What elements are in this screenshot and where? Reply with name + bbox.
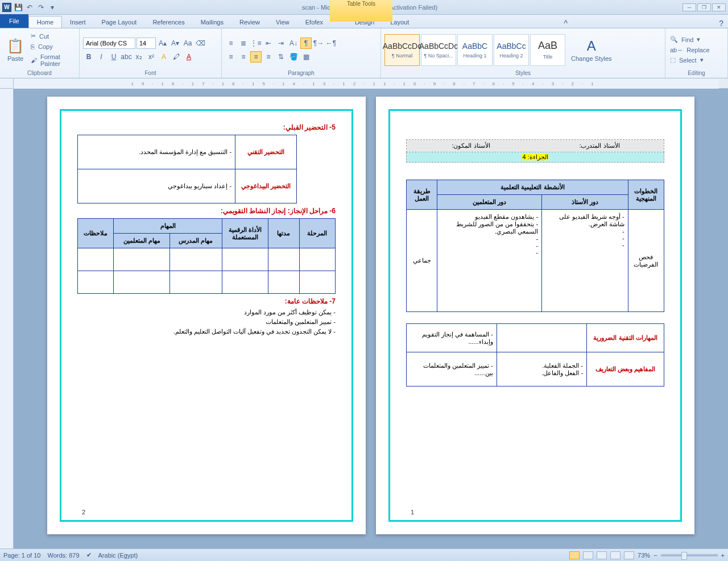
numbering-icon[interactable]: ≣ — [238, 38, 249, 49]
copy-button[interactable]: ⎘ Copy — [30, 42, 76, 51]
tab-review[interactable]: Review — [231, 16, 268, 28]
replace-button[interactable]: ab↔ Replace — [669, 45, 712, 55]
rtl-icon[interactable]: ←¶ — [325, 38, 337, 49]
style-normal[interactable]: AaBbCcDc¶ Normal — [384, 34, 420, 66]
quick-access-toolbar: 💾 ↶ ↷ ▾ — [14, 3, 57, 12]
group-editing-label: Editing — [669, 70, 724, 77]
word-app-icon: W — [2, 3, 11, 12]
ribbon: 📋Paste ✂ Cut ⎘ Copy 🖌 Format Painter Cli… — [0, 28, 728, 78]
contextual-tab-tabletools: Table Tools — [330, 0, 392, 22]
font-size-combo[interactable]: 14 — [136, 38, 156, 49]
bullets-icon[interactable]: ≡ — [225, 38, 237, 49]
style-heading2[interactable]: AaBbCcHeading 2 — [494, 34, 529, 66]
shading-icon[interactable]: 🪣 — [288, 51, 299, 63]
save-icon[interactable]: 💾 — [14, 3, 23, 12]
cut-button[interactable]: ✂ Cut — [30, 32, 76, 41]
redo-icon[interactable]: ↷ — [36, 3, 46, 12]
change-case-icon[interactable]: Aa — [182, 38, 193, 49]
ribbon-minimize-icon[interactable]: ^ — [564, 19, 568, 28]
tab-file[interactable]: File — [0, 14, 28, 28]
grow-font-icon[interactable]: A▴ — [157, 38, 168, 49]
align-right-icon[interactable]: ≡ — [250, 51, 262, 63]
borders-icon[interactable]: ▦ — [300, 51, 312, 63]
tab-insert[interactable]: Insert — [62, 16, 94, 28]
increase-indent-icon[interactable]: ⇥ — [275, 38, 287, 49]
style-nospacing[interactable]: AaBbCcDc¶ No Spaci... — [421, 34, 456, 66]
horizontal-ruler[interactable]: 19·18·17·16·15·14·13·12·11·10·9·8·7·6·5·… — [14, 78, 719, 89]
bold-icon[interactable]: B — [83, 51, 94, 63]
undo-icon[interactable]: ↶ — [25, 3, 34, 12]
strike-icon[interactable]: abc — [121, 51, 132, 63]
font-name-combo[interactable]: Arial (Body CS — [83, 38, 135, 49]
tab-mailings[interactable]: Mailings — [193, 16, 231, 28]
tab-efofex[interactable]: Efofex — [297, 16, 331, 28]
paste-button[interactable]: 📋Paste — [3, 37, 27, 63]
font-color-icon[interactable]: A — [183, 51, 195, 63]
paste-icon: 📋 — [7, 38, 24, 54]
line-spacing-icon[interactable]: ⇅ — [275, 51, 287, 63]
group-styles-label: Styles — [384, 70, 661, 77]
clear-formatting-icon[interactable]: ⌫ — [195, 38, 206, 49]
ltr-icon[interactable]: ¶→ — [313, 38, 324, 49]
style-heading1[interactable]: AaBbCHeading 1 — [457, 34, 493, 66]
underline-icon[interactable]: U — [108, 51, 119, 63]
format-painter-button[interactable]: 🖌 Format Painter — [30, 52, 76, 68]
minimize-button[interactable]: ─ — [682, 3, 696, 11]
text-effects-icon[interactable]: A — [158, 51, 169, 63]
align-center-icon[interactable]: ≡ — [238, 51, 249, 63]
shrink-font-icon[interactable]: A▾ — [169, 38, 181, 49]
tab-home[interactable]: Home — [28, 16, 62, 28]
align-left-icon[interactable]: ≡ — [225, 51, 237, 63]
qat-dropdown-icon[interactable]: ▾ — [48, 3, 57, 12]
group-paragraph-label: Paragraph — [225, 70, 377, 77]
italic-icon[interactable]: I — [96, 51, 107, 63]
tab-pagelayout[interactable]: Page Layout — [94, 16, 145, 28]
find-button[interactable]: 🔍 Find ▾ — [669, 35, 712, 44]
subscript-icon[interactable]: x₂ — [133, 51, 144, 63]
styles-gallery[interactable]: AaBbCcDc¶ Normal AaBbCcDc¶ No Spaci... A… — [384, 34, 565, 66]
highlight-icon[interactable]: 🖍 — [171, 51, 182, 63]
select-button[interactable]: ⬚ Select ▾ — [669, 56, 712, 65]
tab-view[interactable]: View — [268, 16, 297, 28]
group-font-label: Font — [83, 70, 218, 77]
justify-icon[interactable]: ≡ — [263, 51, 274, 63]
change-styles-button[interactable]: AChange Styles — [568, 37, 615, 63]
close-button[interactable]: ✕ — [712, 3, 726, 11]
show-marks-icon[interactable]: ¶ — [300, 38, 312, 49]
decrease-indent-icon[interactable]: ⇤ — [263, 38, 274, 49]
title-bar: W 💾 ↶ ↷ ▾ scan - Microsoft Word (Product… — [0, 0, 728, 15]
group-clipboard-label: Clipboard — [3, 70, 76, 77]
change-styles-icon: A — [587, 38, 596, 54]
multilevel-icon[interactable]: ⋮≡ — [250, 38, 262, 49]
restore-button[interactable]: ❐ — [697, 3, 711, 11]
superscript-icon[interactable]: x² — [146, 51, 157, 63]
style-title[interactable]: AaBTitle — [530, 34, 565, 66]
tab-references[interactable]: References — [144, 16, 192, 28]
help-icon[interactable]: ? — [719, 19, 723, 28]
sort-icon[interactable]: A↓ — [288, 38, 299, 49]
